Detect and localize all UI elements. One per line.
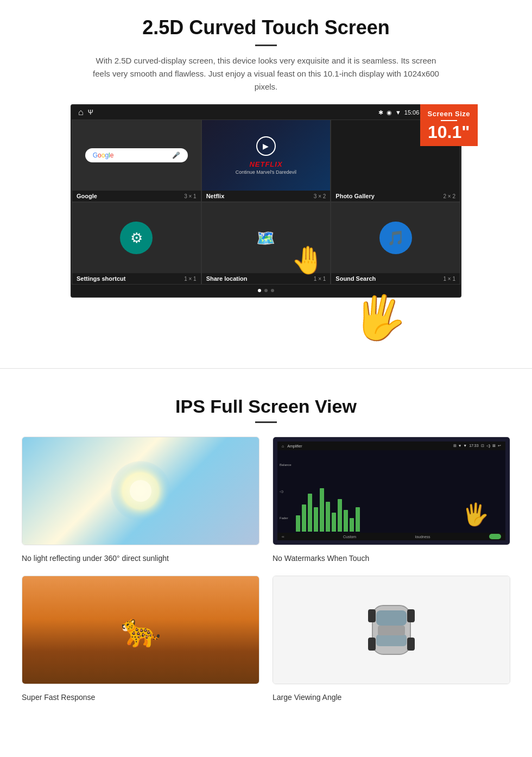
eq-bar-4 [314, 507, 318, 532]
car-top-svg [348, 586, 435, 673]
sunlight-visual [22, 437, 259, 545]
amp-loudness: loudness [415, 535, 430, 539]
amp-footer: ‹‹ Custom loudness [277, 533, 505, 540]
amplifier-image: ⌂ Amplifier ⊞ ♥ ▼ 17:33 ⊡ ◁) ⊠ ↩ [273, 437, 510, 545]
sunlight-caption: No light reflecting under 360° direct su… [22, 554, 259, 563]
car-image [273, 576, 510, 684]
google-app-size: 3 × 1 [184, 193, 197, 199]
status-left: ⌂ Ψ [78, 108, 93, 117]
google-search-bar[interactable]: Google 🎤 [85, 148, 188, 162]
device-wrapper: Screen Size 10.1" ⌂ Ψ ✱ ◉ ▼ 15:06 ⊡ ◁) ⊠ [60, 104, 472, 341]
amplifier-caption: No Watermarks When Touch [273, 554, 510, 563]
cheetah-image: 🐆 [22, 576, 259, 684]
eq-bar-10 [350, 518, 354, 532]
svg-point-1 [130, 480, 151, 502]
hand-pointer-icon: 🖐️ [349, 288, 411, 348]
section-curved-screen: 2.5D Curved Touch Screen With 2.5D curve… [0, 0, 532, 352]
google-label-row: Google 3 × 1 [72, 191, 201, 201]
maps-icon: 🗺️ [252, 224, 280, 251]
car-visual [273, 576, 510, 684]
app-cell-netflix[interactable]: ▶ NETFLIX Continue Marvel's Daredevil Ne… [201, 119, 331, 202]
feature-sunlight: No light reflecting under 360° direct su… [22, 437, 259, 563]
sound-label-row: Sound Search 1 × 1 [331, 273, 460, 284]
app-cell-share[interactable]: 🗺️ 🤚 Share location 1 × 1 [201, 202, 331, 285]
features-grid: No light reflecting under 360° direct su… [22, 437, 510, 702]
amp-labels: Balance ◁) Fader [277, 450, 294, 533]
amp-header: ⌂ Amplifier ⊞ ♥ ▼ 17:33 ⊡ ◁) ⊠ ↩ [277, 441, 505, 450]
time-display: 15:06 [404, 109, 420, 116]
netflix-bg: ▶ NETFLIX Continue Marvel's Daredevil [202, 120, 331, 191]
dot-1[interactable] [258, 289, 261, 292]
netflix-app-name: Netflix [206, 193, 225, 199]
amp-toggle[interactable] [489, 534, 501, 539]
amp-icons: ⊞ ♥ ▼ 17:33 ⊡ ◁) ⊠ ↩ [453, 444, 501, 448]
app-cell-google[interactable]: Google 🎤 Google 3 × 1 [72, 119, 201, 202]
google-logo: Google [93, 152, 114, 159]
amp-title: Amplifier [287, 444, 302, 448]
wifi-icon: ▼ [395, 109, 401, 116]
amp-custom: Custom [343, 535, 356, 539]
gallery-app-size: 2 × 2 [443, 193, 455, 199]
svg-rect-6 [376, 634, 407, 646]
sunlight-svg [108, 458, 173, 523]
netflix-logo: NETFLIX [249, 160, 282, 168]
dot-2[interactable] [264, 289, 268, 292]
cheetah-visual: 🐆 [22, 576, 259, 684]
dot-3[interactable] [271, 289, 274, 292]
svg-rect-10 [368, 638, 376, 651]
eq-bar-1 [296, 515, 300, 532]
app-grid-row2: ⚙ Settings shortcut 1 × 1 🗺️ 🤚 Share loc… [72, 202, 460, 285]
section2-title: IPS Full Screen View [22, 396, 510, 417]
bluetooth-icon: ✱ [378, 109, 383, 116]
netflix-subtitle: Continue Marvel's Daredevil [236, 169, 296, 175]
section1-title: 2.5D Curved Touch Screen [33, 16, 499, 39]
status-bar: ⌂ Ψ ✱ ◉ ▼ 15:06 ⊡ ◁) ⊠ ▭ [72, 105, 460, 119]
amplifier-visual: ⌂ Amplifier ⊞ ♥ ▼ 17:33 ⊡ ◁) ⊠ ↩ [273, 437, 510, 545]
mic-icon[interactable]: 🎤 [172, 152, 180, 159]
google-app-name: Google [77, 193, 97, 199]
badge-divider [441, 120, 457, 121]
svg-rect-5 [376, 610, 407, 626]
netflix-app-size: 3 × 2 [314, 193, 326, 199]
svg-rect-7 [378, 626, 405, 635]
svg-rect-11 [407, 638, 415, 651]
screen-size-badge: Screen Size 10.1" [420, 104, 478, 146]
share-app-size: 1 × 1 [314, 276, 326, 282]
car-caption: Large Viewing Angle [273, 693, 510, 702]
svg-rect-8 [368, 609, 376, 622]
google-content: Google 🎤 [72, 120, 201, 191]
eq-bar-9 [344, 510, 348, 532]
sound-content: 🎵 [331, 203, 460, 273]
section-ips: IPS Full Screen View [0, 385, 532, 718]
eq-bar-2 [302, 504, 306, 532]
app-cell-settings[interactable]: ⚙ Settings shortcut 1 × 1 [72, 202, 201, 285]
settings-content: ⚙ [72, 203, 201, 273]
feature-amplifier: ⌂ Amplifier ⊞ ♥ ▼ 17:33 ⊡ ◁) ⊠ ↩ [273, 437, 510, 563]
cheetah-emoji: 🐆 [121, 611, 161, 649]
sunlight-image [22, 437, 259, 545]
eq-bar-5 [320, 488, 324, 532]
hand-pointer-wrapper: 🖐️ [60, 298, 472, 341]
section2-divider [255, 421, 277, 423]
share-app-name: Share location [206, 275, 248, 282]
feature-cheetah: 🐆 Super Fast Response [22, 576, 259, 702]
home-icon[interactable]: ⌂ [78, 108, 84, 117]
section1-divider [255, 45, 277, 46]
sound-app-name: Sound Search [335, 275, 376, 282]
amp-main: Balance ◁) Fader [277, 450, 505, 533]
amp-ui: ⌂ Amplifier ⊞ ♥ ▼ 17:33 ⊡ ◁) ⊠ ↩ [277, 441, 505, 540]
android-screen: ⌂ Ψ ✱ ◉ ▼ 15:06 ⊡ ◁) ⊠ ▭ [71, 104, 461, 298]
sound-icon: 🎵 [379, 222, 412, 254]
settings-label-row: Settings shortcut 1 × 1 [72, 273, 201, 284]
gallery-app-name: Photo Gallery [335, 193, 375, 199]
app-cell-sound[interactable]: 🎵 Sound Search 1 × 1 [331, 202, 460, 285]
settings-app-name: Settings shortcut [77, 275, 125, 282]
netflix-content: ▶ NETFLIX Continue Marvel's Daredevil [202, 120, 331, 191]
section1-description: With 2.5D curved-display screen, this de… [92, 54, 440, 93]
gps-icon: ◉ [387, 109, 392, 116]
pagination [72, 285, 460, 297]
netflix-play-button[interactable]: ▶ [256, 136, 276, 156]
eq-bar-7 [332, 513, 336, 532]
section-divider [0, 368, 532, 369]
amp-home-icon: ⌂ [282, 444, 284, 448]
